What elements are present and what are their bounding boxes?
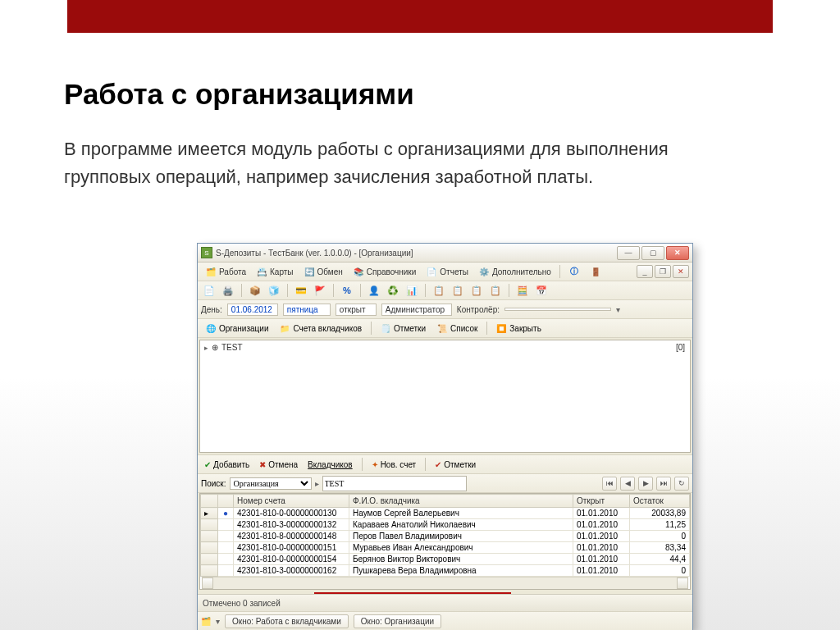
row-mark[interactable] xyxy=(218,565,234,577)
title-bar[interactable]: S S-Депозиты - ТестБанк (ver. 1.0.0.0) -… xyxy=(198,244,692,262)
tool-cube-icon[interactable]: 🧊 xyxy=(266,282,282,299)
tab-marks[interactable]: 🗒️Отметки xyxy=(376,322,431,335)
tool-flag-icon[interactable]: 🚩 xyxy=(312,282,328,299)
tool-print-icon[interactable]: 🖨️ xyxy=(220,282,236,299)
mdi-minimize-button[interactable]: _ xyxy=(637,265,653,278)
tool-copy-icon[interactable]: 📋 xyxy=(431,282,447,299)
switch-depositors-window[interactable]: Окно: Работа с вкладчиками xyxy=(225,614,349,628)
table-row[interactable]: 42301-810-3-00000000132Караваев Анатолий… xyxy=(201,519,690,531)
cell-opened: 01.01.2010 xyxy=(573,531,630,542)
tool-box-icon[interactable]: 📦 xyxy=(247,282,263,299)
x-icon: ✖ xyxy=(259,460,266,469)
switch-organizations-window[interactable]: Окно: Организации xyxy=(354,614,441,628)
nav-last-button[interactable]: ⏭ xyxy=(656,477,671,491)
menu-reports-label: Отчеты xyxy=(440,267,468,276)
table-row[interactable]: 42301-810-0-00000000151Муравьев Иван Але… xyxy=(201,542,690,554)
expand-icon[interactable]: ▸ xyxy=(204,344,208,352)
gear-icon: ⚙️ xyxy=(478,266,490,277)
depositors-button[interactable]: Вкладчиков xyxy=(304,459,356,471)
menu-exit[interactable]: 🚪 xyxy=(586,264,605,279)
row-mark[interactable] xyxy=(218,542,234,554)
windows-icon: 🗂️ xyxy=(201,617,211,626)
tool-card-icon[interactable]: 💳 xyxy=(293,282,309,299)
slide-subtext: В программе имеется модуль работы с орга… xyxy=(64,135,745,191)
menu-exchange[interactable]: 🔄Обмен xyxy=(299,264,347,279)
cell-fio: Пушкарева Вера Владимировна xyxy=(349,565,573,577)
horizontal-scrollbar[interactable] xyxy=(202,577,688,589)
minimize-button[interactable]: — xyxy=(617,246,640,260)
marks-button[interactable]: ✔Отметки xyxy=(431,459,479,471)
add-button[interactable]: ✔Добавить xyxy=(201,459,253,471)
chevron-right-icon: ▸ xyxy=(315,479,319,488)
menu-refs[interactable]: 📚Справочники xyxy=(349,264,421,279)
date-value[interactable]: 01.06.2012 xyxy=(227,304,278,316)
row-mark[interactable] xyxy=(218,519,234,531)
nav-next-button[interactable]: ▶ xyxy=(638,477,653,491)
tool-doc-icon[interactable]: 📄 xyxy=(201,282,217,299)
check-icon: ✔ xyxy=(204,460,211,469)
tree-root-row[interactable]: ▸ ⊕ TEST xyxy=(204,343,686,352)
tab-accounts[interactable]: 📁Счета вкладчиков xyxy=(275,322,367,335)
col-account[interactable]: Номер счета xyxy=(234,495,349,508)
col-opened[interactable]: Открыт xyxy=(573,495,630,508)
tree-panel[interactable]: ▸ ⊕ TEST [0] xyxy=(199,340,691,453)
mdi-restore-button[interactable]: ❐ xyxy=(655,265,671,278)
menu-cards[interactable]: 📇Карты xyxy=(252,264,298,279)
close-button[interactable]: ✕ xyxy=(666,246,689,260)
maximize-button[interactable]: ▢ xyxy=(641,246,664,260)
nav-prev-button[interactable]: ◀ xyxy=(620,477,635,491)
cell-balance: 83,34 xyxy=(630,542,690,554)
cancel-button[interactable]: ✖Отмена xyxy=(256,459,301,471)
cell-balance: 0 xyxy=(630,565,690,577)
cell-fio: Караваев Анатолий Николаевич xyxy=(349,519,573,531)
tool-percent-icon[interactable]: % xyxy=(339,282,355,299)
cell-fio: Перов Павел Владимирович xyxy=(349,531,573,542)
nav-first-button[interactable]: ⏮ xyxy=(602,477,617,491)
search-mode-select[interactable]: Организация xyxy=(230,477,312,490)
nav-refresh-button[interactable]: ↻ xyxy=(674,477,689,491)
row-mark[interactable] xyxy=(218,531,234,542)
menu-extra[interactable]: ⚙️Дополнительно xyxy=(474,264,555,279)
status-text: Отмечено 0 записей xyxy=(203,599,281,608)
app-window: S S-Депозиты - ТестБанк (ver. 1.0.0.0) -… xyxy=(197,243,693,630)
tool-user-icon[interactable]: 👤 xyxy=(366,282,382,299)
table-row[interactable]: ▸●42301-810-0-00000000130Наумов Сергей В… xyxy=(201,508,690,519)
grid-header: Номер счета Ф.И.О. вкладчика Открыт Оста… xyxy=(201,495,690,508)
col-fio[interactable]: Ф.И.О. вкладчика xyxy=(349,495,573,508)
report-icon: 📄 xyxy=(426,266,437,277)
row-indicator-col xyxy=(201,495,218,508)
mark-col[interactable] xyxy=(218,495,234,508)
search-input[interactable] xyxy=(322,476,467,491)
table-row[interactable]: 42301-810-0-00000000154Берянов Виктор Ви… xyxy=(201,554,690,565)
table-row[interactable]: 42301-810-3-00000000162Пушкарева Вера Вл… xyxy=(201,565,690,577)
dropdown-icon[interactable]: ▾ xyxy=(616,305,620,314)
tool-calc-icon[interactable]: 🧮 xyxy=(514,282,531,299)
tool-refresh-icon[interactable]: ♻️ xyxy=(385,282,401,299)
tab-list[interactable]: 📜Список xyxy=(432,322,482,335)
tool-calendar-icon[interactable]: 📅 xyxy=(533,282,550,299)
cell-opened: 01.01.2010 xyxy=(573,508,630,519)
data-grid[interactable]: Номер счета Ф.И.О. вкладчика Открыт Оста… xyxy=(199,493,691,590)
controller-value[interactable] xyxy=(504,308,611,311)
tab-organizations[interactable]: 🌐Организации xyxy=(201,322,273,335)
search-label: Поиск: xyxy=(201,479,226,488)
chevron-down-icon[interactable]: ▾ xyxy=(216,617,220,626)
check-icon: ✔ xyxy=(435,460,441,469)
menu-reports[interactable]: 📄Отчеты xyxy=(422,264,472,279)
tool-paste-icon[interactable]: 📋 xyxy=(468,282,485,299)
tab-close[interactable]: ⏹️Закрыть xyxy=(491,322,546,335)
menu-work[interactable]: 🗂️Работа xyxy=(201,264,250,279)
mdi-close-button[interactable]: ✕ xyxy=(673,265,689,278)
tool-paste2-icon[interactable]: 📋 xyxy=(487,282,504,299)
menu-help[interactable]: ⓘ xyxy=(564,264,584,279)
row-mark[interactable]: ● xyxy=(218,508,234,519)
newacc-button[interactable]: ✦Нов. счет xyxy=(368,459,420,471)
menu-exchange-label: Обмен xyxy=(317,267,343,276)
folder-icon: 📁 xyxy=(280,324,290,333)
col-balance[interactable]: Остаток xyxy=(630,495,690,508)
row-mark[interactable] xyxy=(218,554,234,565)
plus-icon: ✦ xyxy=(372,460,378,469)
tool-copy2-icon[interactable]: 📋 xyxy=(450,282,466,299)
tool-chart-icon[interactable]: 📊 xyxy=(404,282,420,299)
table-row[interactable]: 42301-810-8-00000000148Перов Павел Влади… xyxy=(201,531,690,542)
